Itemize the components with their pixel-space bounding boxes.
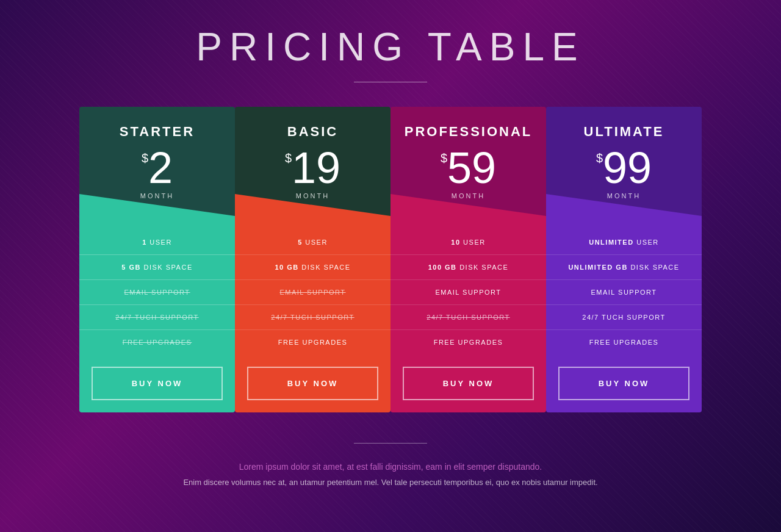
footer-text2: Enim discere volumus nec at, an utamur p… <box>183 478 597 487</box>
buy-now-button-starter[interactable]: BUY NOW <box>92 367 223 400</box>
card-period-starter: MONTH <box>92 192 223 200</box>
card-price-wrapper-professional: $59 <box>403 146 534 190</box>
card-period-professional: MONTH <box>403 192 534 200</box>
feature-basic-0: 5 USER <box>235 230 390 255</box>
card-price-wrapper-starter: $2 <box>92 146 223 190</box>
feature-ultimate-2: EMAIL SUPPORT <box>546 280 702 305</box>
card-period-ultimate: MONTH <box>558 192 689 200</box>
card-name-basic: BASIC <box>247 124 378 140</box>
feature-basic-3: 24/7 TUCH SUPPORT <box>235 305 390 330</box>
card-price-starter: 2 <box>148 146 173 190</box>
card-period-basic: MONTH <box>247 192 378 200</box>
card-price-professional: 59 <box>447 146 496 190</box>
card-btn-wrapper-ultimate: BUY NOW <box>546 354 702 412</box>
card-price-wrapper-ultimate: $99 <box>558 146 689 190</box>
feature-basic-1: 10 GB DISK SPACE <box>235 255 390 280</box>
card-price-basic: 19 <box>292 146 340 190</box>
footer-text1: Lorem ipsum dolor sit amet, at est falli… <box>239 462 542 472</box>
card-features-starter: 1 USER5 GB DISK SPACEEMAIL SUPPORT24/7 T… <box>79 230 235 354</box>
feature-professional-4: FREE UPGRADES <box>390 330 546 354</box>
card-name-starter: STARTER <box>92 124 223 140</box>
card-currency-starter: $ <box>142 152 148 164</box>
feature-ultimate-1: UNLIMITED GB DISK SPACE <box>546 255 702 280</box>
card-currency-professional: $ <box>441 152 447 164</box>
buy-now-button-ultimate[interactable]: BUY NOW <box>558 367 689 400</box>
card-header-professional: PROFESSIONAL$59MONTH <box>390 107 546 230</box>
card-currency-ultimate: $ <box>596 152 603 164</box>
page-wrapper: PRICING TABLE STARTER$2MONTH1 USER5 GB D… <box>0 0 781 487</box>
feature-basic-2: EMAIL SUPPORT <box>235 280 390 305</box>
feature-professional-1: 100 GB DISK SPACE <box>390 255 546 280</box>
feature-ultimate-3: 24/7 TUCH SUPPORT <box>546 305 702 330</box>
card-btn-wrapper-starter: BUY NOW <box>79 354 235 412</box>
feature-professional-3: 24/7 TUCH SUPPORT <box>390 305 546 330</box>
card-btn-wrapper-basic: BUY NOW <box>235 354 390 412</box>
feature-professional-2: EMAIL SUPPORT <box>390 280 546 305</box>
card-price-wrapper-basic: $19 <box>247 146 378 190</box>
feature-starter-3: 24/7 TUCH SUPPORT <box>79 305 235 330</box>
card-header-basic: BASIC$19MONTH <box>235 107 390 230</box>
cards-container: STARTER$2MONTH1 USER5 GB DISK SPACEEMAIL… <box>0 107 781 412</box>
card-header-ultimate: ULTIMATE$99MONTH <box>546 107 702 230</box>
feature-professional-0: 10 USER <box>390 230 546 255</box>
card-features-ultimate: UNLIMITED USERUNLIMITED GB DISK SPACEEMA… <box>546 230 702 354</box>
card-ultimate: ULTIMATE$99MONTHUNLIMITED USERUNLIMITED … <box>546 107 702 412</box>
feature-starter-1: 5 GB DISK SPACE <box>79 255 235 280</box>
card-name-ultimate: ULTIMATE <box>558 124 689 140</box>
feature-starter-2: EMAIL SUPPORT <box>79 280 235 305</box>
title-divider <box>354 82 427 82</box>
feature-ultimate-0: UNLIMITED USER <box>546 230 702 255</box>
feature-starter-0: 1 USER <box>79 230 235 255</box>
buy-now-button-basic[interactable]: BUY NOW <box>247 367 378 400</box>
card-features-professional: 10 USER100 GB DISK SPACEEMAIL SUPPORT24/… <box>390 230 546 354</box>
card-price-ultimate: 99 <box>603 146 652 190</box>
card-features-basic: 5 USER10 GB DISK SPACEEMAIL SUPPORT24/7 … <box>235 230 390 354</box>
page-title: PRICING TABLE <box>196 24 585 70</box>
card-starter: STARTER$2MONTH1 USER5 GB DISK SPACEEMAIL… <box>79 107 235 412</box>
feature-starter-4: FREE UPGRADES <box>79 330 235 354</box>
card-header-starter: STARTER$2MONTH <box>79 107 235 230</box>
card-btn-wrapper-professional: BUY NOW <box>390 354 546 412</box>
feature-ultimate-4: FREE UPGRADES <box>546 330 702 354</box>
bottom-section: Lorem ipsum dolor sit amet, at est falli… <box>0 443 781 487</box>
card-currency-basic: $ <box>285 152 292 164</box>
card-basic: BASIC$19MONTH5 USER10 GB DISK SPACEEMAIL… <box>235 107 390 412</box>
feature-basic-4: FREE UPGRADES <box>235 330 390 354</box>
buy-now-button-professional[interactable]: BUY NOW <box>403 367 534 400</box>
card-name-professional: PROFESSIONAL <box>403 124 534 140</box>
card-professional: PROFESSIONAL$59MONTH10 USER100 GB DISK S… <box>390 107 546 412</box>
bottom-divider <box>354 443 427 444</box>
